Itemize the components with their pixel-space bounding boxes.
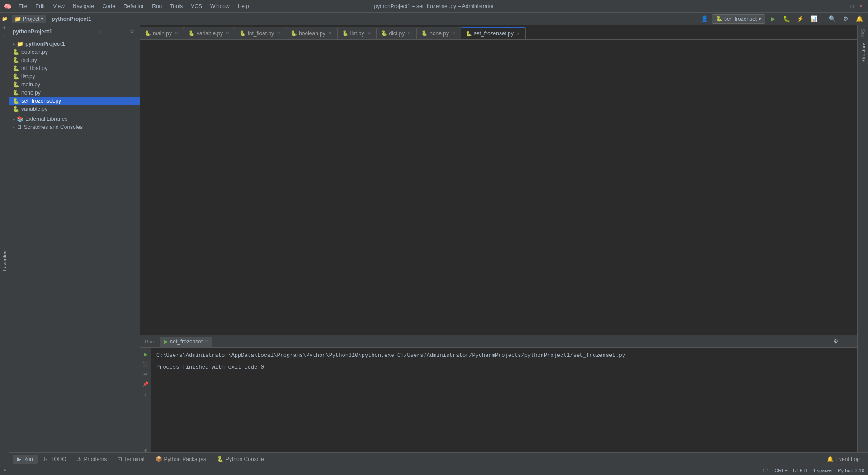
file-dict[interactable]: 🐍 dict.py — [9, 56, 140, 64]
tab-close-boolean[interactable]: ✕ — [327, 30, 333, 36]
tab-variable[interactable]: 🐍 variable.py ✕ — [184, 27, 235, 39]
rerun-icon[interactable]: ▶ — [141, 350, 150, 359]
terminal-app-label: Terminal — [124, 456, 144, 462]
tab-set-frozenset[interactable]: 🐍 set_frozenset.py ✕ — [461, 27, 526, 39]
tab-close-list[interactable]: ✕ — [366, 30, 372, 36]
run-app-tab[interactable]: ▶ Run — [13, 455, 38, 464]
coverage-button[interactable]: ⚡ — [794, 13, 806, 25]
close-button[interactable]: ✕ — [857, 3, 864, 10]
file-none[interactable]: 🐍 none.py — [9, 89, 140, 97]
sidebar-header-title: pythonProject1 — [13, 28, 93, 35]
tab-none[interactable]: 🐍 none.py ✕ — [417, 27, 461, 39]
filename-int-float: int_float.py — [21, 65, 47, 71]
run-button[interactable]: ▶ — [767, 13, 779, 25]
maximize-button[interactable]: □ — [848, 3, 855, 10]
collapse-all-icon[interactable]: − — [106, 28, 114, 36]
menu-file[interactable]: File — [15, 2, 31, 10]
problems-app-tab[interactable]: ⚠ Problems — [72, 455, 111, 464]
tab-label-int-float: int_float.py — [248, 30, 274, 37]
tab-close-set-frozenset[interactable]: ✕ — [515, 31, 521, 37]
tab-list[interactable]: 🐍 list.py ✕ — [338, 27, 377, 39]
external-libraries-item[interactable]: ▸ 📚 External Libraries — [9, 115, 140, 123]
terminal-app-tab[interactable]: ⊡ Terminal — [113, 455, 149, 464]
menu-help[interactable]: Help — [234, 2, 253, 10]
expand-all-icon[interactable]: ≡ — [117, 28, 125, 36]
file-variable[interactable]: 🐍 variable.py — [9, 105, 140, 113]
tab-label-dict: dict.py — [389, 30, 405, 37]
menu-navigate[interactable]: Navigate — [69, 2, 98, 10]
scratches-item[interactable]: ▸ 🗒 Scratches and Consoles — [9, 123, 140, 131]
tab-boolean[interactable]: 🐍 boolean.py ✕ — [286, 27, 338, 39]
pin-icon[interactable]: 📌 — [141, 380, 150, 389]
tab-close-main[interactable]: ✕ — [174, 30, 179, 36]
file-set-frozenset[interactable]: 🐍 set_frozenset.py — [9, 97, 140, 105]
project-root-item[interactable]: ▸ 📁 pythonProject1 — [9, 40, 140, 48]
scroll-down-icon[interactable]: ↓ — [141, 390, 150, 399]
encoding-indicator[interactable]: UTF-8 — [793, 468, 807, 473]
minimize-button[interactable]: — — [839, 3, 846, 10]
user-icon[interactable]: 👤 — [698, 13, 710, 25]
app-icon: 🧠 — [4, 3, 11, 10]
run-label: Run: — [142, 339, 158, 344]
updates-button[interactable]: 🔔 — [854, 13, 865, 25]
menu-edit[interactable]: Edit — [32, 2, 48, 10]
file-boolean[interactable]: 🐍 boolean.py — [9, 48, 140, 56]
menu-run[interactable]: Run — [148, 2, 165, 10]
run-tab-close-icon[interactable]: ✕ — [204, 339, 208, 344]
python-file-icon: 🐍 — [13, 57, 19, 63]
menu-code[interactable]: Code — [99, 2, 119, 10]
menu-tools[interactable]: Tools — [166, 2, 186, 10]
file-int-float[interactable]: 🐍 int_float.py — [9, 64, 140, 72]
status-bar-right: 1:1 CRLF UTF-8 4 spaces Python 3.10 — [762, 468, 864, 473]
structure-vertical-label[interactable]: Structure — [859, 38, 868, 67]
run-config-selector[interactable]: 🐍 set_frozenset ▾ — [712, 14, 765, 24]
file-list[interactable]: 🐍 list.py — [9, 72, 140, 81]
restore-layout-icon[interactable]: ↩ — [141, 370, 150, 379]
run-app-icon: ▶ — [17, 456, 21, 462]
event-log-label: Event Log — [835, 456, 860, 462]
run-tab[interactable]: ▶ set_frozenset ✕ — [160, 337, 212, 347]
python-version-indicator[interactable]: Python 3.10 — [838, 468, 864, 473]
menu-view[interactable]: View — [49, 2, 68, 10]
bookmark-icon[interactable]: ★ — [0, 24, 9, 32]
python-packages-app-tab[interactable]: 📦 Python Packages — [151, 455, 211, 464]
status-bar: ⑂ 1:1 CRLF UTF-8 4 spaces Python 3.10 — [0, 465, 868, 475]
code-editor[interactable] — [140, 40, 857, 335]
stop-icon[interactable]: ⬛ — [141, 360, 150, 369]
line-ending-indicator[interactable]: CRLF — [774, 468, 788, 473]
settings-button[interactable]: ⚙ — [840, 13, 852, 25]
python-console-app-tab[interactable]: 🐍 Python Console — [212, 455, 269, 464]
tab-close-dict[interactable]: ✕ — [406, 30, 412, 36]
menu-window[interactable]: Window — [207, 2, 233, 10]
tab-int-float[interactable]: 🐍 int_float.py ✕ — [235, 27, 286, 39]
profile-button[interactable]: 📊 — [808, 13, 820, 25]
event-log-app-tab[interactable]: 🔔 Event Log — [822, 455, 864, 464]
python-file-icon: 🐍 — [13, 49, 19, 55]
project-icon[interactable]: 📁 — [0, 14, 9, 23]
tab-icon-int-float: 🐍 — [240, 30, 246, 36]
tab-main[interactable]: 🐍 main.py ✕ — [140, 27, 184, 39]
debug-button[interactable]: 🐛 — [781, 13, 793, 25]
favorites-vertical-label[interactable]: Favorites — [0, 246, 9, 276]
project-selector[interactable]: 📁 Project ▾ — [12, 15, 46, 23]
menu-vcs[interactable]: VCS — [187, 2, 206, 10]
tab-close-none[interactable]: ✕ — [451, 30, 456, 36]
editor-area: pythonProject1 + − ≡ ⚙ ▸ 📁 pythonProject… — [9, 25, 868, 475]
run-config-icon: 🐍 — [716, 16, 722, 22]
line-col-indicator[interactable]: 1:1 — [762, 468, 769, 473]
sidebar-settings-icon[interactable]: ⚙ — [128, 28, 136, 36]
panel-minimize-icon[interactable]: — — [844, 336, 855, 347]
tab-close-variable[interactable]: ✕ — [225, 30, 230, 36]
tab-label-list: list.py — [350, 30, 364, 37]
todo-app-tab[interactable]: ☑ TODO — [39, 455, 71, 464]
tab-dict[interactable]: 🐍 dict.py ✕ — [377, 27, 417, 39]
panel-settings-icon[interactable]: ⚙ — [830, 336, 842, 347]
indent-indicator[interactable]: 4 spaces — [812, 468, 832, 473]
tab-icon-list: 🐍 — [342, 30, 349, 36]
structure-icon[interactable]: ≡ — [0, 33, 9, 41]
add-file-icon[interactable]: + — [95, 28, 104, 36]
file-main[interactable]: 🐍 main.py — [9, 81, 140, 89]
search-everywhere-button[interactable]: 🔍 — [826, 13, 838, 25]
menu-refactor[interactable]: Refactor — [120, 2, 147, 10]
tab-close-int-float[interactable]: ✕ — [276, 30, 281, 36]
